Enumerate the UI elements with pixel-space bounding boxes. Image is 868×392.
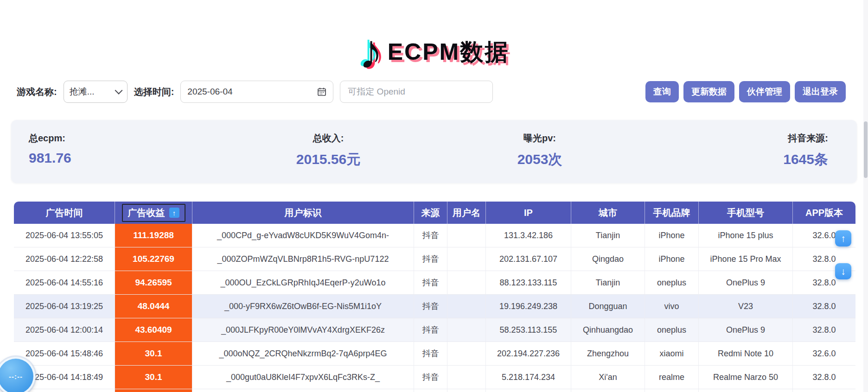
table-row[interactable]: 2025-06-04 12:00:1443.60409_000JLFKpyR00… (14, 318, 855, 342)
openid-cell: _000OU_EzCkLGRpRhIqJ4EqerP-y2uWo1o (192, 271, 414, 295)
stat-douyin-source: 抖音来源: 1645条 (645, 132, 857, 169)
header-city: 城市 (571, 202, 645, 224)
ip-cell: 88.123.133.115 (486, 271, 571, 295)
ad-revenue-cell: 105.22769 (115, 247, 192, 271)
stat-total-revenue: 总收入: 2015.56元 (223, 132, 434, 169)
revenue-sort-control[interactable]: 广告收益 ↑ (122, 204, 185, 222)
phone-brand-cell: oneplus (645, 318, 699, 342)
source-cell: 抖音 (414, 271, 447, 295)
ip-cell: 89.253.241.109 (486, 389, 571, 392)
city-cell: Pingdingshan (571, 389, 645, 392)
openid-cell: _000ZOPmWZqVLBNrp8R1h5-RVG-npU7122 (192, 247, 414, 271)
city-cell: Qingdao (571, 247, 645, 271)
stat-total-ecpm: 总ecpm: 981.76 (11, 132, 223, 169)
action-buttons: 查询 更新数据 伙伴管理 退出登录 (645, 81, 846, 102)
stat-label: 总收入: (223, 132, 434, 145)
table-header-row: 广告时间 广告收益 ↑ 用户标识 来源 用户名 IP 城市 手机品牌 手机型号 … (14, 202, 855, 224)
header-phone-brand: 手机品牌 (645, 202, 699, 224)
openid-cell: _000RrRr-_cja_wy2PuCBbfFBJglYFqmrc (192, 389, 414, 392)
stat-value: 1645条 (645, 150, 828, 169)
openid-input[interactable] (340, 81, 493, 103)
ad-time-cell: 2025-06-04 14:55:16 (14, 271, 115, 295)
scrollbar-thumb[interactable] (864, 121, 868, 178)
stat-label: 总ecpm: (29, 132, 223, 145)
phone-brand-cell: realme (645, 366, 699, 389)
ecpm-table-container: 广告时间 广告收益 ↑ 用户标识 来源 用户名 IP 城市 手机品牌 手机型号 … (14, 202, 855, 392)
ad-time-cell: 2025-06-04 12:22:58 (14, 247, 115, 271)
source-cell: 抖音 (414, 366, 447, 389)
username-cell (447, 295, 486, 318)
table-row[interactable]: 2025-06-04 13:19:2548.0444_000-yF9RX6wZ6… (14, 295, 855, 318)
phone-brand-cell: xiaomi (645, 342, 699, 366)
ad-revenue-cell: 48.0444 (115, 295, 192, 318)
app-version-cell: 32.6.0 (793, 342, 855, 366)
phone-brand-cell: iPhone (645, 247, 699, 271)
username-cell (447, 224, 486, 247)
header-source: 来源 (414, 202, 447, 224)
table-row[interactable]: 2025-06-04 12:22:58105.22769_000ZOPmWZqV… (14, 247, 855, 271)
table-row[interactable]: 2025-06-04 14:18:4930.1_000gut0aU8KleI4F… (14, 366, 855, 389)
table-row[interactable]: 2025-06-04 14:55:1694.26595_000OU_EzCkLG… (14, 271, 855, 295)
ad-time-cell: 2025-06-04 13:55:05 (14, 224, 115, 247)
phone-model-cell: iPhone 15 plus (699, 224, 793, 247)
city-cell: Xi'an (571, 366, 645, 389)
tiktok-note-icon: ♪ (359, 30, 383, 74)
partner-manage-button[interactable]: 伙伴管理 (739, 81, 790, 102)
header-app-version: APP版本 (793, 202, 855, 224)
source-cell: 抖音 (414, 318, 447, 342)
scroll-top-button[interactable]: ↑ (835, 230, 851, 247)
source-cell: 抖音 (414, 389, 447, 392)
ecpm-table: 广告时间 广告收益 ↑ 用户标识 来源 用户名 IP 城市 手机品牌 手机型号 … (14, 202, 855, 392)
header-phone-model: 手机型号 (699, 202, 793, 224)
ad-time-cell: 2025-06-04 13:19:25 (14, 295, 115, 318)
app-version-cell: 32.8.0 (793, 389, 855, 392)
phone-brand-cell: iPhone (645, 224, 699, 247)
phone-model-cell: OnePlus 9 (699, 318, 793, 342)
ad-revenue-cell: 30.1 (115, 389, 192, 392)
username-cell (447, 342, 486, 366)
game-select[interactable]: 抢滩... (64, 81, 128, 103)
stat-label: 抖音来源: (645, 132, 828, 145)
table-row[interactable]: 2025-06-04 15:48:4630.1_000oNQZ_2CRQheNk… (14, 342, 855, 366)
ip-cell: 58.253.113.155 (486, 318, 571, 342)
logout-button[interactable]: 退出登录 (795, 81, 846, 102)
chevron-down-icon (115, 87, 122, 95)
calendar-icon (317, 87, 326, 96)
scroll-bottom-button[interactable]: ↓ (835, 263, 851, 279)
city-cell: Zhengzhou (571, 342, 645, 366)
filter-toolbar: 游戏名称: 抢滩... 选择时间: 2025-06-04 查询 更新数据 伙伴管… (17, 81, 846, 103)
header-ip: IP (486, 202, 571, 224)
phone-model-cell: iPhone 15 Pro Max (699, 389, 793, 392)
phone-model-cell: Redmi Note 10 (699, 342, 793, 366)
city-cell: Tianjin (571, 224, 645, 247)
source-cell: 抖音 (414, 295, 447, 318)
update-data-button[interactable]: 更新数据 (683, 81, 734, 102)
page-scrollbar[interactable] (863, 0, 868, 392)
query-button[interactable]: 查询 (645, 81, 679, 102)
table-row[interactable]: 2025-06-04 13:47:4130.1_000RrRr-_cja_wy2… (14, 389, 855, 392)
phone-model-cell: iPhone 15 Pro Max (699, 247, 793, 271)
game-name-label: 游戏名称: (17, 86, 57, 98)
openid-cell: _000JLFKpyR00eY0lMVvAY4XdrgXEKF26z (192, 318, 414, 342)
page-title: ECPM数据 (388, 37, 509, 68)
ad-revenue-cell: 43.60409 (115, 318, 192, 342)
ip-cell: 202.131.67.107 (486, 247, 571, 271)
header-ad-revenue-label: 广告收益 (128, 207, 165, 219)
app-version-cell: 32.8.0 (793, 295, 855, 318)
header-ad-revenue: 广告收益 ↑ (115, 202, 192, 224)
ip-cell: 202.194.227.236 (486, 342, 571, 366)
username-cell (447, 366, 486, 389)
phone-brand-cell: vivo (645, 295, 699, 318)
ip-cell: 5.218.174.234 (486, 366, 571, 389)
stat-label: 曝光pv: (434, 132, 645, 145)
city-cell: Dongguan (571, 295, 645, 318)
game-select-value: 抢滩... (70, 86, 95, 98)
date-input[interactable]: 2025-06-04 (180, 81, 333, 103)
table-row[interactable]: 2025-06-04 13:55:05111.19288_000CPd_g-eY… (14, 224, 855, 247)
ad-revenue-cell: 111.19288 (115, 224, 192, 247)
username-cell (447, 318, 486, 342)
sort-up-icon[interactable]: ↑ (169, 208, 179, 218)
phone-model-cell: V23 (699, 295, 793, 318)
phone-model-cell: Realme Narzo 50 (699, 366, 793, 389)
app-version-cell: 32.8.0 (793, 366, 855, 389)
